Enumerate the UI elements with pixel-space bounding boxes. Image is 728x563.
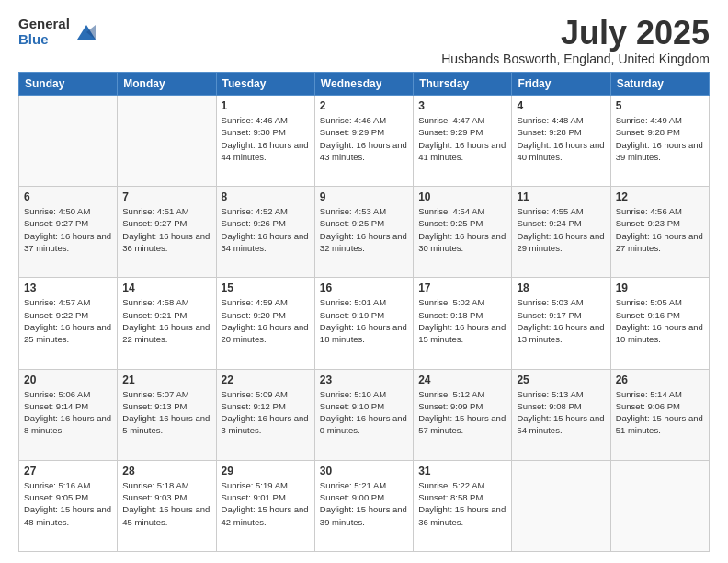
calendar-cell: 10Sunrise: 4:54 AM Sunset: 9:25 PM Dayli… (414, 187, 512, 278)
calendar-cell: 24Sunrise: 5:12 AM Sunset: 9:09 PM Dayli… (414, 369, 512, 460)
day-of-week-header: Thursday (414, 73, 512, 96)
day-number: 8 (222, 190, 310, 203)
day-info: Sunrise: 4:46 AM Sunset: 9:29 PM Dayligh… (320, 114, 408, 163)
day-info: Sunrise: 5:21 AM Sunset: 9:00 PM Dayligh… (320, 479, 408, 528)
calendar-cell: 6Sunrise: 4:50 AM Sunset: 9:27 PM Daylig… (19, 187, 118, 278)
calendar-cell: 8Sunrise: 4:52 AM Sunset: 9:26 PM Daylig… (216, 187, 314, 278)
day-number: 12 (616, 190, 704, 203)
day-info: Sunrise: 5:01 AM Sunset: 9:19 PM Dayligh… (320, 296, 408, 345)
calendar-cell: 11Sunrise: 4:55 AM Sunset: 9:24 PM Dayli… (512, 187, 610, 278)
day-info: Sunrise: 4:50 AM Sunset: 9:27 PM Dayligh… (24, 205, 112, 254)
logo-blue: Blue (18, 32, 70, 48)
calendar-cell: 23Sunrise: 5:10 AM Sunset: 9:10 PM Dayli… (314, 369, 413, 460)
day-of-week-header: Monday (118, 73, 216, 96)
calendar-cell: 1Sunrise: 4:46 AM Sunset: 9:30 PM Daylig… (216, 96, 314, 187)
calendar-cell: 9Sunrise: 4:53 AM Sunset: 9:25 PM Daylig… (314, 187, 413, 278)
day-info: Sunrise: 5:02 AM Sunset: 9:18 PM Dayligh… (418, 296, 506, 345)
day-info: Sunrise: 4:59 AM Sunset: 9:20 PM Dayligh… (222, 296, 310, 345)
calendar-table: SundayMondayTuesdayWednesdayThursdayFrid… (18, 72, 710, 552)
calendar-cell: 3Sunrise: 4:47 AM Sunset: 9:29 PM Daylig… (414, 96, 512, 187)
day-number: 5 (616, 99, 704, 112)
day-number: 25 (517, 373, 605, 386)
calendar-cell: 20Sunrise: 5:06 AM Sunset: 9:14 PM Dayli… (19, 369, 118, 460)
day-number: 23 (320, 373, 408, 386)
calendar-cell (19, 96, 118, 187)
calendar-cell: 27Sunrise: 5:16 AM Sunset: 9:05 PM Dayli… (19, 460, 118, 551)
day-info: Sunrise: 4:57 AM Sunset: 9:22 PM Dayligh… (24, 296, 112, 345)
calendar-cell: 15Sunrise: 4:59 AM Sunset: 9:20 PM Dayli… (216, 278, 314, 369)
calendar-week-row: 27Sunrise: 5:16 AM Sunset: 9:05 PM Dayli… (19, 460, 710, 551)
calendar-week-row: 6Sunrise: 4:50 AM Sunset: 9:27 PM Daylig… (19, 187, 710, 278)
day-info: Sunrise: 4:52 AM Sunset: 9:26 PM Dayligh… (222, 205, 310, 254)
day-info: Sunrise: 4:51 AM Sunset: 9:27 PM Dayligh… (122, 205, 210, 254)
day-number: 2 (320, 99, 408, 112)
day-of-week-header: Wednesday (314, 73, 413, 96)
day-info: Sunrise: 4:46 AM Sunset: 9:30 PM Dayligh… (222, 114, 310, 163)
day-info: Sunrise: 5:10 AM Sunset: 9:10 PM Dayligh… (320, 388, 408, 437)
day-number: 9 (320, 190, 408, 203)
calendar-cell: 2Sunrise: 4:46 AM Sunset: 9:29 PM Daylig… (314, 96, 413, 187)
calendar-week-row: 1Sunrise: 4:46 AM Sunset: 9:30 PM Daylig… (19, 96, 710, 187)
calendar-cell: 18Sunrise: 5:03 AM Sunset: 9:17 PM Dayli… (512, 278, 610, 369)
location: Husbands Bosworth, England, United Kingd… (441, 52, 710, 66)
calendar-body: 1Sunrise: 4:46 AM Sunset: 9:30 PM Daylig… (19, 96, 710, 552)
day-number: 30 (320, 465, 408, 477)
day-number: 26 (616, 373, 704, 386)
day-info: Sunrise: 5:19 AM Sunset: 9:01 PM Dayligh… (222, 479, 310, 528)
calendar-cell: 30Sunrise: 5:21 AM Sunset: 9:00 PM Dayli… (314, 460, 413, 551)
day-number: 11 (517, 190, 605, 203)
day-info: Sunrise: 5:14 AM Sunset: 9:06 PM Dayligh… (616, 388, 704, 437)
calendar-cell: 25Sunrise: 5:13 AM Sunset: 9:08 PM Dayli… (512, 369, 610, 460)
day-info: Sunrise: 4:47 AM Sunset: 9:29 PM Dayligh… (418, 114, 506, 163)
day-info: Sunrise: 5:09 AM Sunset: 9:12 PM Dayligh… (222, 388, 310, 437)
calendar-cell: 14Sunrise: 4:58 AM Sunset: 9:21 PM Dayli… (118, 278, 216, 369)
calendar-cell: 19Sunrise: 5:05 AM Sunset: 9:16 PM Dayli… (610, 278, 709, 369)
day-number: 31 (418, 465, 506, 477)
page: General Blue July 2025 Husbands Bosworth… (0, 0, 728, 563)
month-title: July 2025 (441, 17, 710, 50)
calendar-cell: 17Sunrise: 5:02 AM Sunset: 9:18 PM Dayli… (414, 278, 512, 369)
day-number: 19 (616, 282, 704, 294)
day-number: 3 (418, 99, 506, 112)
day-number: 10 (418, 190, 506, 203)
calendar-cell: 13Sunrise: 4:57 AM Sunset: 9:22 PM Dayli… (19, 278, 118, 369)
day-number: 27 (24, 465, 112, 477)
logo-general: General (18, 17, 70, 32)
day-number: 28 (122, 465, 210, 477)
calendar-week-row: 13Sunrise: 4:57 AM Sunset: 9:22 PM Dayli… (19, 278, 710, 369)
day-of-week-header: Sunday (19, 73, 118, 96)
calendar-cell: 26Sunrise: 5:14 AM Sunset: 9:06 PM Dayli… (610, 369, 709, 460)
day-info: Sunrise: 5:13 AM Sunset: 9:08 PM Dayligh… (517, 388, 605, 437)
day-of-week-header: Friday (512, 73, 610, 96)
day-of-week-header: Tuesday (216, 73, 314, 96)
calendar-cell (610, 460, 709, 551)
calendar-header-row: SundayMondayTuesdayWednesdayThursdayFrid… (19, 73, 710, 96)
day-info: Sunrise: 4:55 AM Sunset: 9:24 PM Dayligh… (517, 205, 605, 254)
day-number: 22 (222, 373, 310, 386)
calendar-cell: 16Sunrise: 5:01 AM Sunset: 9:19 PM Dayli… (314, 278, 413, 369)
day-info: Sunrise: 4:54 AM Sunset: 9:25 PM Dayligh… (418, 205, 506, 254)
day-info: Sunrise: 4:56 AM Sunset: 9:23 PM Dayligh… (616, 205, 704, 254)
day-info: Sunrise: 5:03 AM Sunset: 9:17 PM Dayligh… (517, 296, 605, 345)
logo-text: General Blue (18, 17, 70, 47)
calendar-cell (512, 460, 610, 551)
day-info: Sunrise: 5:12 AM Sunset: 9:09 PM Dayligh… (418, 388, 506, 437)
calendar-cell: 4Sunrise: 4:48 AM Sunset: 9:28 PM Daylig… (512, 96, 610, 187)
day-number: 20 (24, 373, 112, 386)
day-info: Sunrise: 5:05 AM Sunset: 9:16 PM Dayligh… (616, 296, 704, 345)
day-number: 24 (418, 373, 506, 386)
day-info: Sunrise: 5:07 AM Sunset: 9:13 PM Dayligh… (122, 388, 210, 437)
day-info: Sunrise: 4:48 AM Sunset: 9:28 PM Dayligh… (517, 114, 605, 163)
header: General Blue July 2025 Husbands Bosworth… (18, 17, 710, 66)
calendar-cell: 31Sunrise: 5:22 AM Sunset: 8:58 PM Dayli… (414, 460, 512, 551)
day-info: Sunrise: 5:18 AM Sunset: 9:03 PM Dayligh… (122, 479, 210, 528)
calendar-cell: 7Sunrise: 4:51 AM Sunset: 9:27 PM Daylig… (118, 187, 216, 278)
calendar-cell: 5Sunrise: 4:49 AM Sunset: 9:28 PM Daylig… (610, 96, 709, 187)
day-info: Sunrise: 4:49 AM Sunset: 9:28 PM Dayligh… (616, 114, 704, 163)
day-info: Sunrise: 4:53 AM Sunset: 9:25 PM Dayligh… (320, 205, 408, 254)
calendar-week-row: 20Sunrise: 5:06 AM Sunset: 9:14 PM Dayli… (19, 369, 710, 460)
day-number: 14 (122, 282, 210, 294)
day-number: 18 (517, 282, 605, 294)
day-info: Sunrise: 5:06 AM Sunset: 9:14 PM Dayligh… (24, 388, 112, 437)
day-number: 7 (122, 190, 210, 203)
